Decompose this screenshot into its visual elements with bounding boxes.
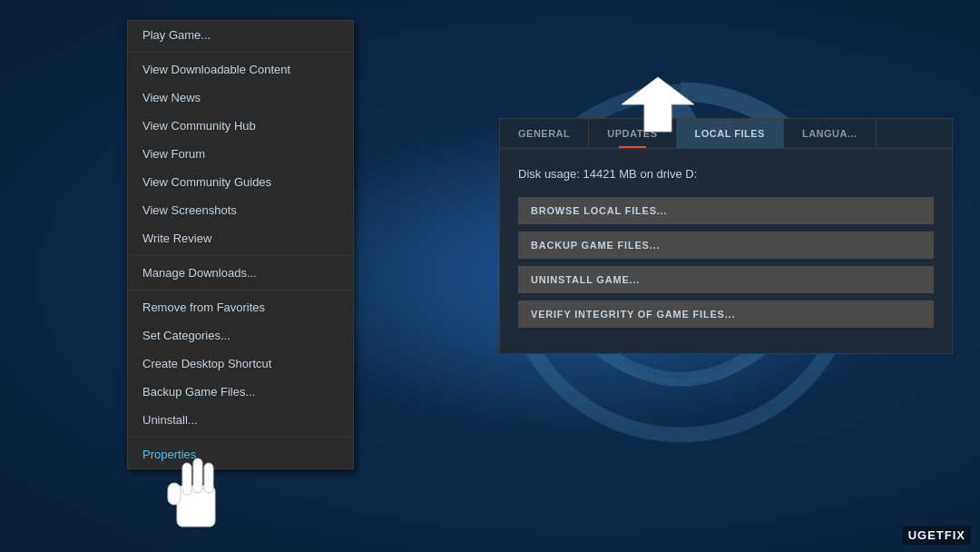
- separator-1: [128, 52, 353, 53]
- properties-panel: GENERAL UPDATES LOCAL FILES LANGUA... Di…: [499, 118, 953, 354]
- top-cursor-icon: [617, 73, 699, 136]
- menu-item-view-screenshots[interactable]: View Screenshots: [128, 196, 353, 224]
- svg-rect-5: [182, 463, 191, 495]
- menu-item-view-dlc[interactable]: View Downloadable Content: [128, 55, 353, 84]
- menu-item-play-game[interactable]: Play Game...: [128, 21, 353, 49]
- tabs-bar: GENERAL UPDATES LOCAL FILES LANGUA...: [500, 119, 952, 149]
- uninstall-game-button[interactable]: UNINSTALL GAME...: [518, 266, 934, 293]
- disk-usage-label: Disk usage: 14421 MB on drive D:: [518, 167, 934, 181]
- tab-language[interactable]: LANGUA...: [784, 119, 877, 148]
- menu-item-manage-downloads[interactable]: Manage Downloads...: [128, 259, 353, 287]
- menu-item-set-categories[interactable]: Set Categories...: [128, 321, 353, 350]
- menu-item-view-community-guides[interactable]: View Community Guides: [128, 168, 353, 196]
- svg-rect-8: [168, 483, 181, 505]
- menu-item-uninstall[interactable]: Uninstall...: [128, 406, 353, 434]
- svg-rect-7: [204, 463, 213, 493]
- hand-cursor-icon: [154, 445, 236, 545]
- verify-integrity-button[interactable]: VERIFY INTEGRITY OF GAME FILES...: [518, 301, 934, 328]
- menu-item-create-shortcut[interactable]: Create Desktop Shortcut: [128, 350, 353, 378]
- menu-item-view-news[interactable]: View News: [128, 84, 353, 112]
- menu-item-backup-game-files[interactable]: Backup Game Files...: [128, 378, 353, 406]
- panel-content: Disk usage: 14421 MB on drive D: BROWSE …: [500, 149, 952, 353]
- menu-item-remove-favorites[interactable]: Remove from Favorites: [128, 293, 353, 321]
- menu-item-view-forum[interactable]: View Forum: [128, 140, 353, 168]
- svg-marker-3: [622, 77, 694, 132]
- menu-item-view-community-hub[interactable]: View Community Hub: [128, 112, 353, 140]
- separator-3: [128, 290, 353, 291]
- svg-rect-6: [193, 458, 202, 493]
- tab-general[interactable]: GENERAL: [500, 119, 589, 148]
- separator-4: [128, 437, 353, 438]
- backup-game-files-button[interactable]: BACKUP GAME FILES...: [518, 232, 934, 259]
- watermark: UGETFIX: [903, 526, 971, 545]
- separator-2: [128, 255, 353, 256]
- context-menu: Play Game... View Downloadable Content V…: [127, 20, 354, 469]
- browse-local-files-button[interactable]: BROWSE LOCAL FILES...: [518, 197, 934, 224]
- menu-item-write-review[interactable]: Write Review: [128, 224, 353, 252]
